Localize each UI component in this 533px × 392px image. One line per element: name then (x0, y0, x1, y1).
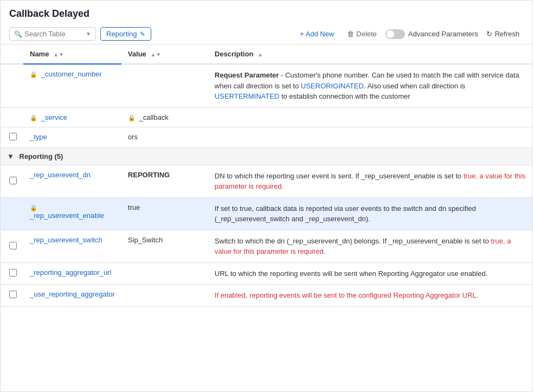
toolbar: 🔍 ▼ Reporting ✎ + Add New 🗑 Delete Advan… (1, 24, 532, 44)
row-value-cell: Sip_Switch (121, 230, 208, 262)
row-name-link[interactable]: _type (30, 133, 47, 141)
row-value: _callback (139, 113, 168, 121)
row-desc-cell: URL to which the reporting events will b… (208, 262, 532, 285)
row-checkbox[interactable] (9, 269, 17, 277)
row-desc-cell: If set to true, callback data is reporte… (208, 197, 532, 230)
col-value-label: Value (128, 50, 146, 58)
row-checkbox-cell[interactable] (1, 230, 23, 262)
row-value-cell: REPORTING (121, 165, 208, 197)
row-checkbox[interactable] (9, 177, 17, 184)
col-header-checkbox (1, 44, 23, 64)
col-header-value[interactable]: Value ▲▼ (121, 44, 208, 64)
trash-icon: 🗑 (347, 30, 354, 38)
section-label: Reporting (5) (20, 152, 63, 160)
row-checkbox-cell[interactable] (1, 127, 23, 147)
row-name-cell: 🔒 _rep_userevent_enable (23, 197, 121, 230)
refresh-label: Refresh (495, 30, 519, 38)
lock-icon: 🔒 (30, 114, 37, 121)
page-title: Callback Delayed (1, 1, 532, 24)
sort-icon-value: ▲▼ (150, 52, 161, 57)
row-name-cell: 🔒 _service (23, 107, 121, 127)
row-checkbox[interactable] (9, 242, 17, 249)
row-name-cell: _use_reporting_aggregator (23, 285, 121, 307)
table-wrapper: Name ▲▼ Value ▲▼ Description ▲ (1, 44, 532, 307)
row-name-cell: _rep_userevent_switch (23, 230, 121, 262)
row-value: true (128, 203, 140, 211)
row-desc-cell: Switch to which the dn (_rep_userevent_d… (208, 230, 532, 262)
refresh-icon: ↻ (486, 30, 492, 38)
row-desc-cell: Request Parameter - Customer's phone num… (208, 64, 532, 107)
row-checkbox-cell[interactable] (1, 285, 23, 307)
row-checkbox-cell (1, 197, 23, 230)
page-wrapper: Callback Delayed 🔍 ▼ Reporting ✎ + Add N… (0, 0, 533, 392)
sort-icon-desc: ▲ (258, 52, 263, 57)
row-name-cell: _reporting_aggregator_url (23, 262, 121, 285)
reporting-tab[interactable]: Reporting ✎ (100, 27, 151, 41)
row-value-cell (121, 64, 208, 107)
table-row: _reporting_aggregator_url URL to which t… (1, 262, 532, 285)
row-name-link[interactable]: _use_reporting_aggregator (30, 290, 115, 298)
row-name-cell: _type (23, 127, 121, 147)
row-checkbox-cell[interactable] (1, 165, 23, 197)
col-name-label: Name (30, 50, 49, 58)
lock-icon: 🔒 (30, 204, 37, 211)
table-row: _rep_userevent_dn REPORTING DN to which … (1, 165, 532, 197)
col-desc-label: Description (215, 50, 254, 58)
row-value: Sip_Switch (128, 236, 163, 244)
table-row: 🔒 _customer_number Request Parameter - C… (1, 64, 532, 107)
chevron-down-icon: ▼ (86, 31, 91, 37)
table-row: _type ors (1, 127, 532, 147)
advanced-params-toggle-wrap: Advanced Parameters (386, 29, 478, 39)
advanced-params-label: Advanced Parameters (408, 30, 478, 38)
row-value-cell (121, 262, 208, 285)
search-box[interactable]: 🔍 ▼ (9, 27, 96, 41)
row-name-link[interactable]: _service (41, 113, 67, 121)
row-value-cell: true (121, 197, 208, 230)
delete-label: Delete (356, 30, 377, 38)
row-desc: If enabled, reporting events will be sen… (215, 291, 478, 299)
row-checkbox[interactable] (9, 133, 17, 140)
section-header-row: ▼ Reporting (5) (1, 147, 532, 165)
delete-button[interactable]: 🗑 Delete (343, 28, 381, 40)
reporting-tab-label: Reporting (106, 30, 137, 38)
row-desc-cell: If enabled, reporting events will be sen… (208, 285, 532, 307)
row-desc: DN to which the reporting user event is … (215, 172, 525, 191)
sort-icon-name: ▲▼ (53, 52, 64, 57)
row-name-link[interactable]: _rep_userevent_dn (30, 171, 91, 179)
main-table: Name ▲▼ Value ▲▼ Description ▲ (1, 44, 532, 307)
search-input[interactable] (24, 30, 84, 38)
row-desc-cell (208, 127, 532, 147)
lock-icon: 🔒 (30, 71, 37, 78)
row-checkbox-cell (1, 64, 23, 107)
advanced-params-toggle[interactable] (386, 29, 405, 39)
table-header-row: Name ▲▼ Value ▲▼ Description ▲ (1, 44, 532, 64)
row-value: ors (128, 133, 138, 141)
row-name-link[interactable]: _rep_userevent_enable (30, 211, 104, 220)
col-header-description[interactable]: Description ▲ (208, 44, 532, 64)
row-value-cell: 🔒 _callback (121, 107, 208, 127)
row-desc: Request Parameter - Customer's phone num… (215, 71, 519, 100)
row-name-cell: _rep_userevent_dn (23, 165, 121, 197)
col-header-name[interactable]: Name ▲▼ (23, 44, 121, 64)
table-row: 🔒 _rep_userevent_enable true If set to t… (1, 197, 532, 230)
row-desc-cell (208, 107, 532, 127)
edit-icon: ✎ (140, 30, 145, 38)
section-header-cell: ▼ Reporting (5) (1, 147, 532, 165)
row-checkbox-cell (1, 107, 23, 127)
add-new-button[interactable]: + Add New (296, 28, 338, 40)
row-value: REPORTING (128, 171, 170, 179)
row-name-link[interactable]: _customer_number (41, 70, 102, 78)
refresh-button[interactable]: ↻ Refresh (482, 28, 524, 40)
row-name-link[interactable]: _reporting_aggregator_url (30, 268, 111, 277)
table-row: 🔒 _service 🔒 _callback (1, 107, 532, 127)
row-desc: Switch to which the dn (_rep_userevent_d… (215, 237, 511, 256)
collapse-icon[interactable]: ▼ (7, 152, 14, 160)
table-row: _rep_userevent_switch Sip_Switch Switch … (1, 230, 532, 262)
row-desc-cell: DN to which the reporting user event is … (208, 165, 532, 197)
row-checkbox[interactable] (9, 291, 17, 298)
row-desc: URL to which the reporting events will b… (215, 269, 487, 278)
row-name-link[interactable]: _rep_userevent_switch (30, 236, 102, 244)
row-desc: If set to true, callback data is reporte… (215, 204, 476, 223)
lock-icon: 🔒 (128, 114, 136, 121)
row-checkbox-cell[interactable] (1, 262, 23, 285)
